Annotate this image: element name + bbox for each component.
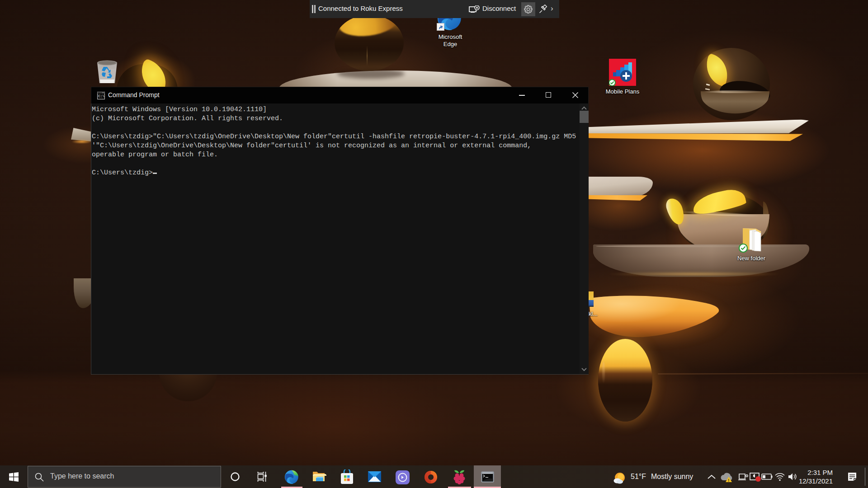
svg-text:C:\: C:\ bbox=[98, 94, 105, 98]
svg-text:!: ! bbox=[728, 478, 729, 483]
